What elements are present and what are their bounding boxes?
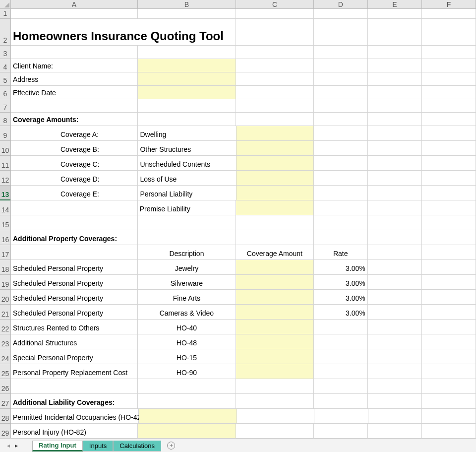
cell-C15[interactable] <box>236 215 314 230</box>
cell-B1[interactable] <box>138 9 236 18</box>
cell-C14[interactable] <box>236 200 314 215</box>
cell-D25[interactable] <box>314 364 368 379</box>
cell-F7[interactable] <box>422 99 476 112</box>
cell-E18[interactable] <box>368 260 422 274</box>
cell-A2[interactable]: Homeowners Insurance Quoting Tool <box>11 19 236 45</box>
cell-B17[interactable]: Description <box>138 245 236 259</box>
cell-C7[interactable] <box>236 99 314 112</box>
row-header-16[interactable]: 16 <box>0 230 10 245</box>
cell-B8[interactable] <box>138 113 236 126</box>
cell-D18[interactable]: 3.00% <box>314 260 368 274</box>
row-header-8[interactable]: 8 <box>0 113 10 126</box>
cell-C2[interactable] <box>236 19 314 45</box>
cell-D29[interactable] <box>314 424 368 438</box>
cell-D13[interactable] <box>314 186 368 200</box>
cell-A10[interactable]: Coverage B: <box>11 141 138 155</box>
cell-B11[interactable]: Unscheduled Contents <box>138 156 236 170</box>
cell-F19[interactable] <box>422 275 476 289</box>
cell-A15[interactable] <box>11 215 138 230</box>
cell-B25[interactable]: HO-90 <box>138 364 236 379</box>
col-header-F[interactable]: F <box>422 0 476 8</box>
cell-B13[interactable]: Personal Liability <box>138 186 236 200</box>
cell-E9[interactable] <box>368 126 422 140</box>
cell-F4[interactable] <box>422 59 476 72</box>
cell-F3[interactable] <box>422 46 476 59</box>
col-header-D[interactable]: D <box>314 0 368 8</box>
cell-E23[interactable] <box>368 334 422 349</box>
row-header-9[interactable]: 9 <box>0 126 10 141</box>
cell-D26[interactable] <box>314 379 368 393</box>
cell-F12[interactable] <box>422 171 476 185</box>
row-header-24[interactable]: 24 <box>0 349 10 364</box>
cell-C25[interactable] <box>236 364 314 379</box>
cell-F27[interactable] <box>422 394 476 408</box>
cell-C12[interactable] <box>237 171 314 185</box>
row-header-29[interactable]: 29 <box>0 424 10 439</box>
row-header-21[interactable]: 21 <box>0 305 10 320</box>
cell-A9[interactable]: Coverage A: <box>11 126 138 140</box>
cell-A19[interactable]: Scheduled Personal Property <box>11 275 138 289</box>
cell-B15[interactable] <box>138 215 236 230</box>
cell-D9[interactable] <box>314 126 368 140</box>
cell-A3[interactable] <box>11 46 138 59</box>
cell-E19[interactable] <box>368 275 422 289</box>
cell-B26[interactable] <box>138 379 236 393</box>
cell-E5[interactable] <box>368 72 422 85</box>
cell-C29[interactable] <box>236 424 314 438</box>
cell-D22[interactable] <box>314 320 368 334</box>
cell-F18[interactable] <box>422 260 476 274</box>
cell-F10[interactable] <box>422 141 476 155</box>
cell-A24[interactable]: Special Personal Property <box>11 349 138 364</box>
cell-E17[interactable] <box>368 245 422 259</box>
cell-D14[interactable] <box>314 200 368 215</box>
row-header-18[interactable]: 18 <box>0 260 10 275</box>
cell-D21[interactable]: 3.00% <box>314 305 368 319</box>
cell-E27[interactable] <box>368 394 422 408</box>
row-header-19[interactable]: 19 <box>0 275 10 290</box>
cell-A20[interactable]: Scheduled Personal Property <box>11 290 138 304</box>
cell-F5[interactable] <box>422 72 476 85</box>
cell-A7[interactable] <box>11 99 138 112</box>
cell-F11[interactable] <box>422 156 476 170</box>
cell-E4[interactable] <box>368 59 422 72</box>
cell-F17[interactable] <box>422 245 476 259</box>
cell-A16[interactable]: Additional Property Coverages: <box>11 230 138 245</box>
cell-F25[interactable] <box>422 364 476 379</box>
cell-A22[interactable]: Structures Rented to Others <box>11 320 138 334</box>
cell-D17[interactable]: Rate <box>314 245 368 259</box>
row-header-28[interactable]: 28 <box>0 409 10 424</box>
cell-F8[interactable] <box>422 113 476 126</box>
col-header-B[interactable]: B <box>138 0 236 8</box>
cell-C21[interactable] <box>236 305 314 319</box>
cell-A21[interactable]: Scheduled Personal Property <box>11 305 138 319</box>
cell-E6[interactable] <box>368 86 422 99</box>
cell-B12[interactable]: Loss of Use <box>138 171 236 185</box>
row-header-10[interactable]: 10 <box>0 141 10 156</box>
cell-A1[interactable] <box>11 9 138 18</box>
cell-F13[interactable] <box>422 186 476 200</box>
cell-A14[interactable] <box>11 200 138 215</box>
cell-D28[interactable] <box>314 409 368 423</box>
cell-A25[interactable]: Personal Property Replacement Cost <box>11 364 138 379</box>
cell-F23[interactable] <box>422 334 476 349</box>
row-header-15[interactable]: 15 <box>0 215 10 230</box>
cell-A26[interactable] <box>11 379 138 393</box>
row-header-14[interactable]: 14 <box>0 200 10 215</box>
cell-C13[interactable] <box>237 186 314 200</box>
row-header-13[interactable]: 13 <box>0 186 10 200</box>
row-header-26[interactable]: 26 <box>0 379 10 394</box>
cell-A12[interactable]: Coverage D: <box>11 171 138 185</box>
cell-B19[interactable]: Silverware <box>138 275 236 289</box>
cell-C20[interactable] <box>236 290 314 304</box>
cell-B14[interactable]: Premise Liability <box>138 200 236 215</box>
cell-F15[interactable] <box>422 215 476 230</box>
cell-C24[interactable] <box>236 349 314 364</box>
cell-B4[interactable] <box>138 59 236 72</box>
cell-D1[interactable] <box>314 9 368 18</box>
cell-D20[interactable]: 3.00% <box>314 290 368 304</box>
cell-D5[interactable] <box>314 72 368 85</box>
row-header-25[interactable]: 25 <box>0 364 10 379</box>
cell-F9[interactable] <box>422 126 476 140</box>
cell-A6[interactable]: Effective Date <box>11 86 138 99</box>
row-header-3[interactable]: 3 <box>0 46 10 59</box>
